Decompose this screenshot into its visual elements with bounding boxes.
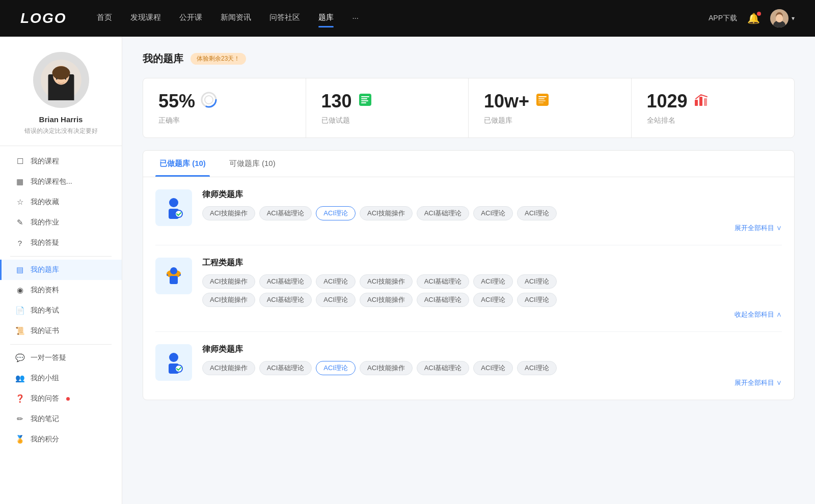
- qbank-icon-engineer: [155, 258, 192, 294]
- tag-3-6[interactable]: ACI理论: [473, 361, 513, 375]
- menu-my-profile[interactable]: ◉ 我的资料: [0, 280, 122, 300]
- svg-rect-21: [538, 98, 545, 99]
- svg-rect-26: [704, 98, 707, 106]
- qbank-icon-lawyer-3: [155, 344, 192, 381]
- cert-icon: 📜: [15, 326, 24, 335]
- tag-1-6[interactable]: ACI理论: [473, 206, 513, 220]
- tag-2-r2-1[interactable]: ACI技能操作: [202, 293, 255, 307]
- avatar: [770, 9, 789, 27]
- tag-2-1[interactable]: ACI技能操作: [202, 274, 255, 289]
- logo[interactable]: LOGO: [20, 10, 66, 26]
- tag-2-r2-3[interactable]: ACI理论: [316, 293, 356, 307]
- trial-badge: 体验剩余23天！: [191, 53, 246, 65]
- tag-2-r2-6[interactable]: ACI理论: [473, 293, 513, 307]
- svg-rect-19: [536, 94, 549, 106]
- tag-2-3[interactable]: ACI理论: [316, 274, 356, 289]
- tag-2-4[interactable]: ACI技能操作: [360, 274, 413, 289]
- menu-my-group[interactable]: 👥 我的小组: [0, 368, 122, 388]
- menu-my-profile-label: 我的资料: [31, 286, 59, 295]
- stat-done-questions-value: 130: [321, 91, 352, 112]
- stat-done-banks: 10w+ 已做题库: [469, 78, 632, 137]
- menu-my-qa[interactable]: ❓ 我的问答: [0, 388, 122, 409]
- menu-my-questions-label: 我的答疑: [31, 238, 59, 247]
- tag-2-r2-4[interactable]: ACI技能操作: [360, 293, 413, 307]
- svg-rect-25: [699, 97, 702, 106]
- app-download-button[interactable]: APP下载: [709, 14, 737, 23]
- tab-done-banks[interactable]: 已做题库 (10): [155, 151, 210, 177]
- menu-my-qbank[interactable]: ▤ 我的题库: [0, 260, 122, 280]
- exam-icon: 📄: [15, 306, 24, 315]
- menu-my-exam[interactable]: 📄 我的考试: [0, 300, 122, 321]
- navbar-right: APP下载 🔔 ▾: [709, 9, 795, 27]
- tag-2-r2-2[interactable]: ACI基础理论: [259, 293, 312, 307]
- tag-2-5[interactable]: ACI基础理论: [417, 274, 470, 289]
- notification-badge: [757, 12, 761, 16]
- svg-point-8: [56, 78, 57, 80]
- menu-my-questions[interactable]: ? 我的答疑: [0, 233, 122, 253]
- menu-my-qa-label: 我的问答: [31, 394, 59, 403]
- profile-motto: 错误的决定比没有决定要好: [24, 127, 98, 135]
- collapse-link-2[interactable]: 收起全部科目 ∧: [735, 310, 782, 319]
- question-icon: ?: [15, 239, 24, 247]
- stat-correct-rate-top: 55%: [158, 91, 290, 112]
- qa-icon: ❓: [15, 394, 24, 403]
- sidebar: Brian Harris 错误的决定比没有决定要好 ☐ 我的课程 ▦ 我的课程包…: [0, 37, 122, 504]
- tag-3-2[interactable]: ACI基础理论: [259, 361, 312, 375]
- tag-1-5[interactable]: ACI基础理论: [417, 206, 470, 220]
- expand-link-1[interactable]: 展开全部科目 ∨: [735, 223, 782, 233]
- main-content: 我的题库 体验剩余23天！ 55% 正确率: [122, 37, 815, 504]
- qa-dot-badge: [66, 397, 70, 401]
- tag-2-6[interactable]: ACI理论: [473, 274, 513, 289]
- svg-rect-17: [361, 100, 368, 101]
- qbank-body-1: 律师类题库 ACI技能操作 ACI基础理论 ACI理论 ACI技能操作 ACI基…: [202, 189, 782, 233]
- tag-3-1[interactable]: ACI技能操作: [202, 361, 255, 375]
- menu-my-course-label: 我的课程: [31, 157, 59, 166]
- tab-available-banks[interactable]: 可做题库 (10): [225, 151, 280, 177]
- tag-3-5[interactable]: ACI基础理论: [417, 361, 470, 375]
- nav-qbank[interactable]: 题库: [318, 13, 334, 24]
- tag-3-4[interactable]: ACI技能操作: [360, 361, 413, 375]
- tag-3-7[interactable]: ACI理论: [517, 361, 557, 375]
- nav-home[interactable]: 首页: [97, 13, 112, 24]
- tag-1-4[interactable]: ACI技能操作: [360, 206, 413, 220]
- nav-open-course[interactable]: 公开课: [179, 13, 202, 24]
- nav-qa[interactable]: 问答社区: [269, 13, 300, 24]
- qbank-card: 已做题库 (10) 可做题库 (10): [143, 150, 795, 400]
- profile-section: Brian Harris 错误的决定比没有决定要好: [0, 37, 122, 146]
- chevron-down-icon: ▾: [792, 15, 795, 22]
- svg-rect-33: [170, 276, 178, 284]
- menu-one-on-one[interactable]: 💬 一对一答疑: [0, 348, 122, 368]
- stat-done-questions-label: 已做试题: [321, 116, 453, 125]
- nav-news[interactable]: 新闻资讯: [221, 13, 251, 24]
- tag-1-3[interactable]: ACI理论: [316, 206, 356, 220]
- notification-bell[interactable]: 🔔: [747, 12, 760, 24]
- menu-my-points-label: 我的积分: [31, 435, 59, 444]
- tag-2-r2-5[interactable]: ACI基础理论: [417, 293, 470, 307]
- stat-done-questions: 130 已做试题: [306, 78, 469, 137]
- menu-my-favorites[interactable]: ☆ 我的收藏: [0, 192, 122, 212]
- tag-2-r2-7[interactable]: ACI理论: [517, 293, 557, 307]
- svg-rect-24: [695, 100, 698, 106]
- qbank-footer-3: 展开全部科目 ∨: [202, 378, 782, 387]
- user-avatar-button[interactable]: ▾: [770, 9, 795, 27]
- tag-2-7[interactable]: ACI理论: [517, 274, 557, 289]
- expand-link-3[interactable]: 展开全部科目 ∨: [735, 378, 782, 387]
- menu-my-cert[interactable]: 📜 我的证书: [0, 321, 122, 341]
- tag-1-2[interactable]: ACI基础理论: [259, 206, 312, 220]
- tag-1-7[interactable]: ACI理论: [517, 206, 557, 220]
- tag-3-3[interactable]: ACI理论: [316, 361, 356, 375]
- menu-my-favorites-label: 我的收藏: [31, 198, 59, 207]
- tag-1-1[interactable]: ACI技能操作: [202, 206, 255, 220]
- menu-my-package[interactable]: ▦ 我的课程包...: [0, 172, 122, 192]
- qbank-title-2: 工程类题库: [202, 258, 782, 268]
- nav-more[interactable]: ···: [352, 13, 359, 24]
- nav-discover[interactable]: 发现课程: [130, 13, 161, 24]
- menu-my-homework[interactable]: ✎ 我的作业: [0, 212, 122, 233]
- menu-my-course[interactable]: ☐ 我的课程: [0, 151, 122, 172]
- correct-rate-icon: [200, 91, 218, 112]
- menu-my-notes[interactable]: ✏ 我的笔记: [0, 409, 122, 429]
- tag-2-2[interactable]: ACI基础理论: [259, 274, 312, 289]
- stat-rank-label: 全站排名: [647, 116, 779, 125]
- menu-my-points[interactable]: 🏅 我的积分: [0, 429, 122, 450]
- qbank-footer-1: 展开全部科目 ∨: [202, 223, 782, 233]
